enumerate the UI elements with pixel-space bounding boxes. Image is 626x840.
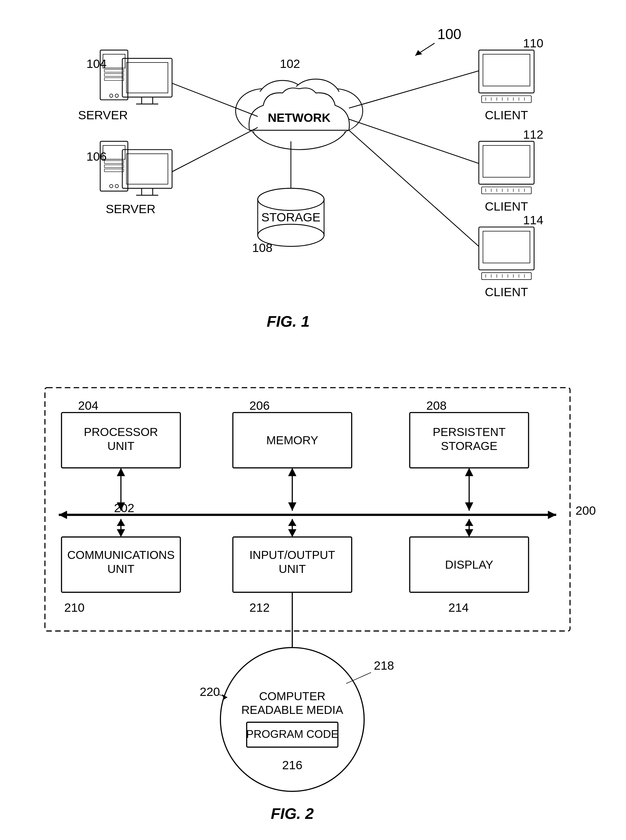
- svg-rect-18: [104, 169, 124, 172]
- comms-label2: UNIT: [108, 563, 135, 575]
- svg-marker-94: [465, 468, 473, 476]
- ref-200: 200: [576, 504, 596, 517]
- client1-label: CLIENT: [485, 108, 528, 122]
- svg-marker-107: [465, 529, 473, 537]
- svg-marker-82: [59, 511, 67, 519]
- media-label2: READABLE MEDIA: [241, 703, 343, 716]
- svg-rect-17: [104, 165, 124, 168]
- svg-rect-4: [104, 69, 124, 72]
- svg-line-74: [172, 127, 258, 172]
- svg-marker-99: [117, 529, 125, 537]
- program-label: PROGRAM CODE: [246, 728, 338, 740]
- fig1-caption: FIG. 1: [267, 313, 310, 330]
- ref-112: 112: [523, 127, 543, 141]
- ref-204: 204: [78, 399, 99, 412]
- svg-marker-91: [288, 503, 296, 511]
- svg-rect-22: [126, 154, 168, 184]
- network-label: NETWORK: [268, 111, 330, 124]
- ref-110: 110: [523, 36, 543, 50]
- ref-214: 214: [448, 600, 469, 614]
- svg-marker-83: [548, 511, 556, 519]
- ref-104: 104: [86, 57, 106, 71]
- display-label: DISPLAY: [445, 558, 493, 571]
- media-label1: COMPUTER: [259, 690, 326, 703]
- svg-rect-9: [122, 58, 172, 97]
- svg-marker-103: [288, 529, 296, 537]
- ref-100: 100: [438, 26, 462, 42]
- svg-rect-53: [482, 187, 531, 194]
- persistent-label2: STORAGE: [441, 439, 498, 453]
- ref-206: 206: [250, 399, 270, 412]
- client2-label: CLIENT: [485, 199, 528, 213]
- ref-220: 220: [200, 685, 220, 699]
- svg-rect-63: [483, 231, 530, 263]
- svg-line-78: [349, 130, 479, 246]
- svg-rect-51: [479, 141, 534, 184]
- svg-marker-102: [288, 519, 296, 526]
- fig2-caption: FIG. 2: [271, 805, 314, 822]
- io-label2: UNIT: [279, 563, 306, 575]
- svg-marker-86: [117, 468, 125, 476]
- processor-label2: UNIT: [108, 439, 135, 453]
- svg-rect-5: [104, 74, 124, 77]
- ref-108: 108: [252, 241, 272, 254]
- svg-point-19: [110, 184, 113, 188]
- ref-210: 210: [64, 600, 85, 614]
- svg-marker-90: [288, 468, 296, 476]
- fig2-diagram: 200 202 PROCESSOR UNIT 204 MEMORY 206: [23, 371, 603, 827]
- storage-label: STORAGE: [261, 210, 321, 224]
- comms-label1: COMMUNICATIONS: [67, 549, 175, 561]
- svg-point-20: [115, 184, 119, 188]
- svg-marker-106: [465, 519, 473, 526]
- svg-marker-1: [415, 50, 422, 55]
- ref-218: 218: [374, 658, 394, 672]
- ref-212: 212: [250, 600, 270, 614]
- svg-rect-6: [104, 78, 124, 80]
- processor-label1: PROCESSOR: [84, 425, 158, 439]
- svg-point-7: [110, 94, 113, 97]
- svg-marker-95: [465, 503, 473, 511]
- page: 100 104 SERVER: [0, 0, 626, 840]
- server1-label: SERVER: [78, 108, 128, 122]
- persistent-label1: PERSISTENT: [433, 425, 505, 439]
- ref-216: 216: [282, 758, 302, 772]
- svg-line-77: [349, 119, 479, 163]
- svg-rect-52: [483, 146, 530, 177]
- svg-marker-98: [117, 519, 125, 526]
- svg-point-39: [258, 188, 324, 211]
- svg-line-76: [349, 71, 479, 108]
- io-label1: INPUT/OUTPUT: [250, 549, 335, 561]
- svg-rect-10: [126, 63, 168, 93]
- svg-rect-62: [479, 227, 534, 270]
- client3-label: CLIENT: [485, 285, 528, 299]
- ref-114: 114: [523, 213, 543, 227]
- memory-label: MEMORY: [266, 434, 318, 447]
- ref-102: 102: [280, 57, 300, 71]
- fig1-diagram: 100 104 SERVER: [23, 17, 603, 359]
- svg-rect-41: [483, 54, 530, 86]
- ref-106: 106: [86, 149, 106, 163]
- svg-rect-40: [479, 50, 534, 93]
- svg-rect-16: [104, 161, 124, 163]
- svg-rect-42: [482, 96, 531, 102]
- svg-rect-64: [482, 273, 531, 280]
- server2-label: SERVER: [106, 202, 156, 216]
- svg-rect-21: [122, 149, 172, 188]
- svg-point-8: [115, 94, 119, 97]
- ref-208: 208: [426, 399, 447, 412]
